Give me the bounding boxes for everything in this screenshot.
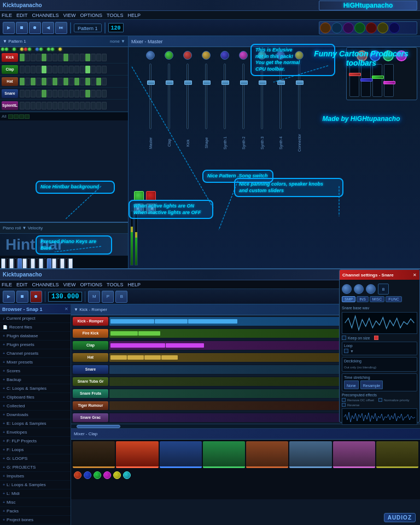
settings-knob-2[interactable] [354,284,364,294]
bpm-display[interactable]: 130.000 [48,292,82,302]
menu-edit[interactable]: EDIT [16,13,28,18]
speaker-knob-5[interactable] [113,471,121,479]
toolbar-btn-4[interactable]: ◀ [42,22,54,34]
settings-tab-ins[interactable]: INS [357,296,369,302]
bottom-rec-btn[interactable]: ⏺ [30,291,42,303]
channel-snare-btn[interactable]: Snare [2,89,18,98]
speaker-knob-2[interactable] [84,471,91,479]
settings-knob-1[interactable] [342,284,352,294]
panning-knob-4[interactable] [396,50,407,61]
browser-item-l-loops[interactable]: +L: Loops & Samples [0,481,71,489]
channel-btn-b-tiger[interactable]: Tiger Rumour [73,401,108,410]
mixer-knob-synth2[interactable] [239,51,248,60]
mixer-fader-handle-synth4[interactable] [277,80,285,85]
speaker-knob-4[interactable] [103,471,111,479]
browser-item-mixer-pre[interactable]: +Mixer presets [0,358,71,367]
browser-item-f-loops[interactable]: +F: Loops [0,446,71,454]
toolbar-btn-2[interactable]: ⏹ [16,22,28,34]
panning-knob-3[interactable] [383,50,394,61]
channel-btn-b-clap[interactable]: Clap [73,341,108,350]
bottom-menu-options[interactable]: OPTIONS [80,282,103,287]
menu-file[interactable]: FILE [2,13,12,18]
mixer-fader-handle-synth1[interactable] [221,80,229,85]
slider-4[interactable] [384,64,394,97]
keep-size-checkbox[interactable] [342,336,346,340]
channel-btn-b-snaregrac[interactable]: Snare Grac [73,413,108,422]
channel-btn-b-kick[interactable]: Kick - Romper [73,317,108,326]
mixer-fader-handle-clap[interactable] [166,80,173,85]
mixer-knob-kick[interactable] [183,51,192,60]
browser-item-clipboard[interactable]: +Clipboard files [0,393,71,402]
browser-close[interactable]: ✕ [65,307,68,311]
browser-item-e-loops[interactable]: +E: Loops & Samples [0,419,71,428]
pattern-btn-green[interactable] [134,191,144,201]
browser-item-impulses[interactable]: +Impulses [0,472,71,481]
mixer-fader-handle-shape[interactable] [203,80,211,85]
mixer-knob-shape[interactable] [202,51,211,60]
time-stretch-btn[interactable]: None [344,380,359,389]
channel-btn-b-snare[interactable]: Snare [73,365,108,374]
piano-key-black-1[interactable] [6,258,9,268]
piano-key-black-6[interactable] [57,258,60,268]
browser-item-l-midi[interactable]: +L: Midi [0,489,71,498]
bottom-browser-btn[interactable]: B [115,291,127,303]
bottom-menu-file[interactable]: FILE [2,282,12,287]
piano-key-black-3[interactable] [27,258,30,268]
scrollbar-thumb[interactable] [77,425,120,428]
piano-key-white-5[interactable] [39,258,43,268]
speaker-knob-6[interactable] [123,471,131,479]
piano-key-black-7[interactable] [65,258,68,268]
slider-2[interactable] [361,64,371,97]
mixer-fader-handle-kick[interactable] [184,80,192,85]
piano-key-white-4[interactable] [31,258,35,268]
precomp-cb-1[interactable] [342,398,346,402]
mixer-fader-handle-connector[interactable] [296,80,304,85]
precomp-cb-3[interactable] [342,403,346,407]
channel-btn-b-snarefruta[interactable]: Snare Fruta [73,389,108,398]
settings-knob-3[interactable] [366,284,376,294]
menu-view[interactable]: VIEW [63,13,76,18]
toolbar-btn-3[interactable]: ⏺ [29,22,41,34]
loop-checkbox[interactable] [344,349,348,353]
settings-tab-smp[interactable]: SMP [342,296,355,302]
menu-help[interactable]: HELP [127,13,141,18]
piano-key-white-2[interactable] [9,258,14,268]
precomp-cb-2[interactable] [378,398,382,402]
channel-btn-b-firekick[interactable]: Fire Kick [73,329,108,338]
browser-item-recent[interactable]: 📄Recent files [0,323,71,332]
menu-channels[interactable]: CHANNELS [32,13,59,18]
browser-item-channel-pre[interactable]: +Channel presets [0,349,71,358]
piano-key-white-1[interactable] [1,258,5,268]
settings-tab-misc[interactable]: MISC [370,296,385,302]
channel-btn-b-hat[interactable]: Hat [73,353,108,362]
mixer-knob-synth3[interactable] [258,51,266,60]
pattern-btn-dark-1[interactable] [134,204,144,214]
slider-3[interactable] [372,64,382,97]
mixer-knob-synth1[interactable] [220,51,229,60]
browser-item-flp[interactable]: +F: FLP Projects [0,437,71,446]
piano-key-white-8[interactable] [68,258,73,268]
mixer-fader-handle-synth2[interactable] [240,80,248,85]
speaker-knob-1[interactable] [74,471,81,479]
piano-key-black-2[interactable] [14,258,17,268]
panning-knob-2[interactable] [370,50,381,61]
channel-clap-btn[interactable]: Clap [2,65,18,74]
pattern-btn-red[interactable] [146,191,156,201]
bottom-menu-edit[interactable]: EDIT [16,282,28,287]
piano-key-black-5[interactable] [44,258,46,268]
browser-item-packs[interactable]: +Packs [0,507,71,516]
bottom-mixer-btn[interactable]: M [88,291,100,303]
browser-item-backup[interactable]: +Backup [0,376,71,384]
channel-synth-btn[interactable]: SplenttL [2,101,18,110]
browser-item-plugin-db[interactable]: +Plugin database [0,332,71,341]
browser-item-current[interactable]: ♪Current project [0,314,71,323]
piano-key-blue-1[interactable] [18,258,22,268]
slider-1[interactable] [349,64,359,97]
piano-key-white-7[interactable] [60,258,65,268]
mixer-knob-master[interactable] [146,51,155,60]
mixer-knob-connector[interactable] [295,51,304,60]
bottom-stop-btn[interactable]: ⏹ [16,291,28,303]
browser-item-g-loops[interactable]: +G: LOOPS [0,454,71,463]
browser-item-misc[interactable]: +Misc [0,498,71,507]
bottom-menu-help[interactable]: HELP [127,282,141,287]
